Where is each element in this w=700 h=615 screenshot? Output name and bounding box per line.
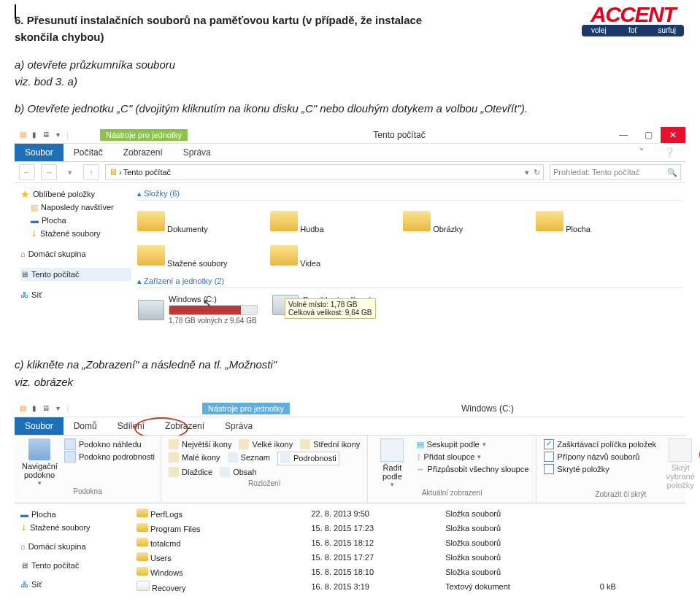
window-title-2: Windows (C:) (290, 403, 685, 414)
folder-icon (137, 245, 165, 266)
window-title: Tento počítač (188, 130, 611, 140)
fit-columns-button[interactable]: ↔Přizpůsobit všechny sloupce (417, 463, 529, 476)
folder-videa[interactable]: Videa (270, 241, 398, 268)
table-row[interactable]: Program Files15. 8. 2015 17:23Složka sou… (136, 521, 682, 535)
chk-item-checkboxes[interactable]: ✓Zaškrtávací políčka položek (544, 438, 656, 451)
qat-props-icon[interactable]: ▮ (29, 130, 39, 140)
checkbox-icon (544, 452, 554, 462)
folder-plocha[interactable]: Plocha (536, 206, 664, 233)
search-box[interactable]: Prohledat: Tento počítač 🔍 (550, 164, 681, 180)
file-type: Textový dokument (445, 579, 599, 594)
tree2-stazene[interactable]: Stažené soubory (30, 521, 91, 534)
tab-soubor[interactable]: Soubor (15, 144, 64, 161)
qat-computer-icon[interactable]: 🖥 (41, 130, 51, 140)
view-tiles[interactable]: Dlaždice (169, 466, 212, 479)
view-small-icons[interactable]: Malé ikony (169, 452, 220, 464)
details-pane-button[interactable]: Podokno podrobnosti (64, 451, 155, 463)
group-rozlozeni-label: Rozložení (169, 479, 360, 489)
up-button[interactable]: ↑ (83, 164, 99, 180)
history-chevron-icon[interactable]: ▾ (63, 165, 77, 179)
table-row[interactable]: totalcmd15. 8. 2015 18:12Složka souborů (136, 535, 682, 550)
tree-homegroup[interactable]: Domácí skupina (28, 247, 86, 260)
folder-icon (136, 552, 148, 561)
drive-c-freespace: 1,78 GB volných z 9,64 GB (169, 317, 258, 325)
folder-icon (536, 211, 564, 231)
tree-recent[interactable]: Naposledy navštíver (41, 201, 114, 214)
tab-soubor-2[interactable]: Soubor (15, 417, 64, 435)
tree-network[interactable]: Síť (31, 288, 42, 301)
tab-sprava[interactable]: Správa (173, 144, 221, 161)
navigation-pane-2[interactable]: ▬Plocha ⤓Stažené soubory ⌂Domácí skupina… (15, 503, 133, 598)
add-columns-button[interactable]: ⫶Přidat sloupce ▾ (417, 451, 529, 463)
qat-props-icon[interactable]: ▮ (29, 403, 39, 414)
qat-down-icon[interactable]: ▾ (53, 130, 63, 140)
tab-zobrazeni[interactable]: Zobrazení (113, 144, 173, 161)
tab-sdileni[interactable]: Sdílení (107, 417, 155, 435)
tree2-tentopc[interactable]: Tento počítač (31, 559, 79, 572)
back-button[interactable]: ← (19, 164, 35, 180)
file-name: Recovery (152, 584, 185, 592)
tab-sprava-2[interactable]: Správa (215, 417, 263, 435)
table-row[interactable]: PerfLogs22. 8. 2013 9:50Složka souborů (136, 506, 682, 521)
table-row[interactable]: Windows15. 8. 2015 18:10Složka souborů (136, 565, 682, 579)
details-pane-icon (64, 451, 76, 463)
drive-icon (138, 300, 164, 320)
sort-by-button[interactable]: Řadit podle ▾ (375, 438, 409, 488)
folder-icon (270, 211, 298, 231)
add-columns-icon: ⫶ (417, 452, 421, 461)
folders-section-label[interactable]: Složky (6) (144, 189, 180, 198)
tree2-domaci[interactable]: Domácí skupina (28, 540, 86, 553)
homegroup-icon: ⌂ (20, 540, 26, 553)
tab-pocitac[interactable]: Počítač (64, 144, 113, 161)
checkbox-icon (544, 464, 554, 474)
hide-selected-button[interactable]: Skrýt vybrané položky (664, 438, 697, 490)
view-list[interactable]: Seznam (228, 452, 270, 464)
view-largest-icons[interactable]: Největší ikony (169, 438, 231, 451)
qat-down-icon[interactable]: ▾ (53, 403, 63, 414)
drive-c[interactable]: Windows (C:) 1,78 GB volných z 9,64 GB (137, 294, 266, 325)
tree-downloads[interactable]: Stažené soubory (40, 227, 101, 240)
preview-pane-button[interactable]: Podokno náhledu (64, 438, 155, 451)
navigation-pane[interactable]: ★Oblíbené položky ▥Naposledy navštíver ▬… (15, 183, 133, 334)
drives-section-label[interactable]: Zařízení a jednotky (2) (144, 276, 224, 285)
tree-favorites[interactable]: Oblíbené položky (33, 187, 95, 201)
folder-hudba[interactable]: Hudba (270, 206, 398, 233)
group-zobrazit-label: Zobrazit či skrýt (544, 490, 697, 500)
files-table[interactable]: PerfLogs22. 8. 2013 9:50Složka souborů P… (136, 506, 682, 594)
table-row[interactable]: Recovery16. 8. 2015 3:19Textový dokument… (136, 579, 682, 594)
hide-icon (669, 438, 692, 462)
maximize-button[interactable]: ▢ (636, 127, 661, 143)
file-date: 15. 8. 2015 18:10 (310, 565, 445, 579)
chk-file-ext[interactable]: Přípony názvů souborů (544, 451, 656, 463)
folder-stazene[interactable]: Stažené soubory (137, 241, 265, 268)
chk-hidden-items[interactable]: Skryté položky (544, 463, 656, 476)
view-details-selected[interactable]: Podrobnosti (277, 452, 339, 465)
screenshot-1-this-pc: ▤ ▮ 🖥 ▾ Nástroje pro jednotky Tento počí… (15, 127, 685, 334)
tree-desktop[interactable]: Plocha (42, 214, 66, 227)
close-button[interactable]: ✕ (661, 127, 685, 143)
tab-zobrazeni-2[interactable]: Zobrazení (155, 417, 215, 435)
step-b: b) Otevřete jednotku „C" (dvojitým klikn… (15, 102, 528, 115)
address-path: Tento počítač (123, 168, 171, 177)
tab-domu[interactable]: Domů (64, 417, 107, 435)
ribbon-expand-icon[interactable]: ˅ (629, 144, 654, 161)
address-bar[interactable]: 🖥 › Tento počítač ▾ ↻ (105, 164, 544, 180)
help-icon[interactable]: ❔ (654, 144, 685, 161)
refresh-icon[interactable]: ↻ (534, 168, 540, 177)
qat-computer-icon[interactable]: 🖥 (41, 403, 51, 414)
folder-dokumenty[interactable]: Dokumenty (137, 206, 265, 233)
nav-pane-button[interactable]: Navigační podokno ▾ (22, 438, 57, 487)
tree-thispc[interactable]: Tento počítač (31, 268, 79, 281)
folder-obrazky[interactable]: Obrázky (403, 206, 531, 233)
icons-icon (169, 439, 179, 449)
view-large-icons[interactable]: Velké ikony (239, 438, 293, 451)
table-row[interactable]: Users15. 8. 2015 17:27Složka souborů (136, 550, 682, 565)
view-content[interactable]: Obsah (220, 466, 256, 479)
forward-button[interactable]: → (41, 164, 57, 180)
tree2-plocha[interactable]: Plocha (31, 508, 56, 521)
minimize-button[interactable]: — (611, 127, 636, 143)
view-medium-icons[interactable]: Střední ikony (300, 438, 360, 451)
tree2-sit[interactable]: Síť (31, 578, 42, 591)
group-by-button[interactable]: ▤Seskupit podle ▾ (417, 438, 529, 451)
file-type: Složka souborů (445, 506, 599, 521)
